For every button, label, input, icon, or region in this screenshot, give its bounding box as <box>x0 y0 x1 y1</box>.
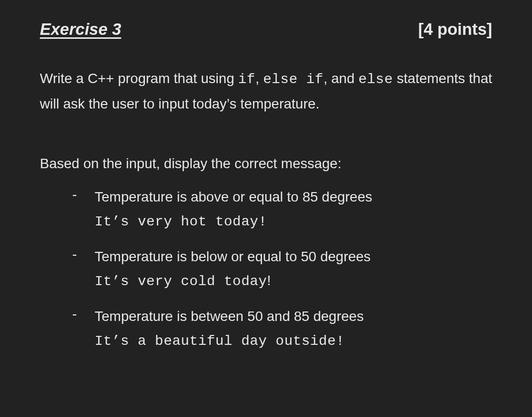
list-item: Temperature is above or equal to 85 degr… <box>72 187 492 232</box>
points-label: [4 points] <box>418 20 492 39</box>
output-line: It’s very cold today! <box>95 270 492 292</box>
description-paragraph: Write a C++ program that using if, else … <box>40 66 492 116</box>
list-item: Temperature is below or equal to 50 degr… <box>72 246 492 292</box>
code-else: else <box>359 72 393 87</box>
description-sep1: , <box>256 71 264 86</box>
description-prefix: Write a C++ program that using <box>40 71 238 86</box>
condition-text: Temperature is below or equal to 50 degr… <box>95 246 492 267</box>
condition-text: Temperature is between 50 and 85 degrees <box>95 306 492 327</box>
code-if: if <box>238 72 256 87</box>
output-mono: It’s a beautiful day outside! <box>95 333 345 349</box>
list-item: Temperature is between 50 and 85 degrees… <box>72 306 492 352</box>
subheading: Based on the input, display the correct … <box>40 156 492 172</box>
condition-text: Temperature is above or equal to 85 degr… <box>95 187 492 208</box>
code-else-if: else if <box>263 72 323 87</box>
description-sep2: , and <box>323 71 358 86</box>
output-mono: It’s very cold today <box>95 274 267 289</box>
exercise-title: Exercise 3 <box>40 20 121 39</box>
condition-list: Temperature is above or equal to 85 degr… <box>40 187 492 352</box>
exercise-header: Exercise 3 [4 points] <box>40 20 492 39</box>
output-plain: ! <box>267 273 271 288</box>
output-mono: It’s very hot today! <box>95 214 267 229</box>
output-line: It’s very hot today! <box>95 210 492 232</box>
output-line: It’s a beautiful day outside! <box>95 330 492 352</box>
